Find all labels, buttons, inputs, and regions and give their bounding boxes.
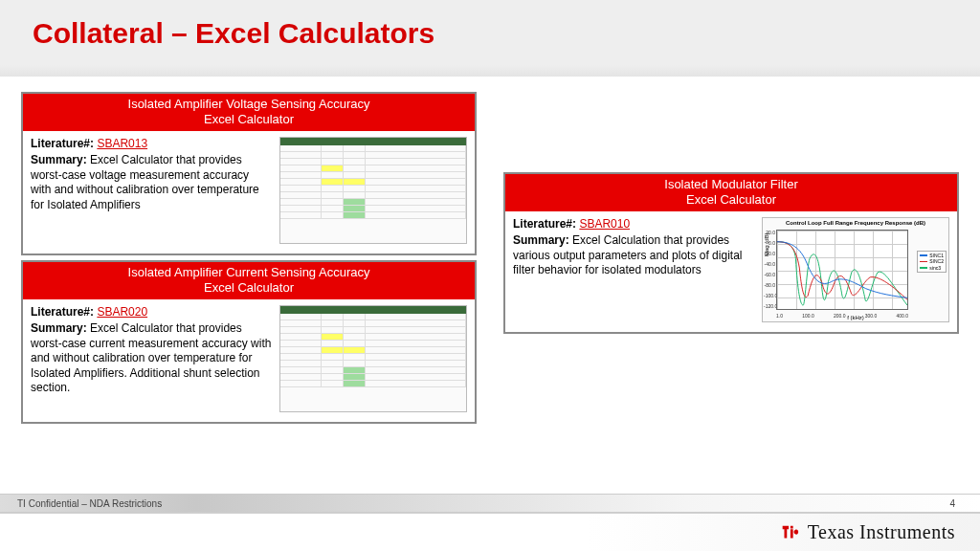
literature-label: Literature#: [31,305,94,319]
excel-screenshot-thumbnail [279,137,467,244]
summary-label: Summary: [513,233,569,247]
card-modulator-filter: Isolated Modulator Filter Excel Calculat… [503,172,959,334]
card-voltage-sensing: Isolated Amplifier Voltage Sensing Accur… [21,92,477,255]
confidential-text: TI Confidential – NDA Restrictions [17,498,162,509]
page-number: 4 [949,498,955,509]
plot-xlabel: f (kHz) [847,315,864,320]
literature-label: Literature#: [513,217,576,231]
card-header-line2: Excel Calculator [29,280,469,296]
card-header-line1: Isolated Modulator Filter [511,177,951,192]
slide-header: Collateral – Excel Calculators [0,0,980,77]
literature-link-sbar013[interactable]: SBAR013 [97,137,147,150]
summary-label: Summary: [31,321,87,335]
filter-response-plot: Control Loop Full Range Frequency Respon… [762,217,949,322]
card-header: Isolated Amplifier Current Sensing Accur… [23,262,475,299]
plot-area [776,230,908,310]
footer-confidential-strip: TI Confidential – NDA Restrictions 4 [0,494,980,513]
ti-logo-text: Texas Instruments [808,521,955,543]
ti-logo-icon [779,522,800,543]
summary-label: Summary: [31,153,87,166]
plot-legend: SINC1SINC2sinc3 [917,251,947,274]
literature-link-sbar020[interactable]: SBAR020 [97,305,147,319]
literature-label: Literature#: [31,137,94,150]
card-header-line1: Isolated Amplifier Voltage Sensing Accur… [29,97,469,112]
card-header: Isolated Amplifier Voltage Sensing Accur… [23,94,475,131]
card-header-line2: Excel Calculator [29,112,469,127]
card-current-sensing: Isolated Amplifier Current Sensing Accur… [21,260,477,424]
card-header-line1: Isolated Amplifier Current Sensing Accur… [29,265,469,280]
literature-link-sbar010[interactable]: SBAR010 [579,217,630,231]
card-header: Isolated Modulator Filter Excel Calculat… [505,174,957,211]
plot-ylabel: Mag (dB) [764,232,769,256]
plot-x-ticks: 1.0100.0200.0300.0400.0 [776,313,908,319]
card-header-line2: Excel Calculator [511,192,951,208]
page-title: Collateral – Excel Calculators [33,17,947,50]
footer-logo-band: Texas Instruments [0,513,980,551]
plot-title: Control Loop Full Range Frequency Respon… [765,220,947,226]
excel-screenshot-thumbnail [279,305,467,412]
